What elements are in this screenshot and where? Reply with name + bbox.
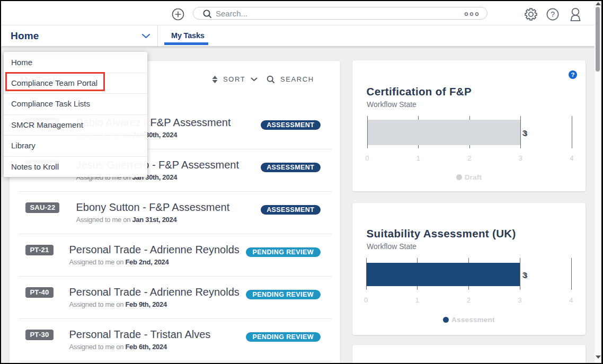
svg-text:?: ? — [571, 72, 574, 78]
svg-text:?: ? — [550, 10, 554, 19]
